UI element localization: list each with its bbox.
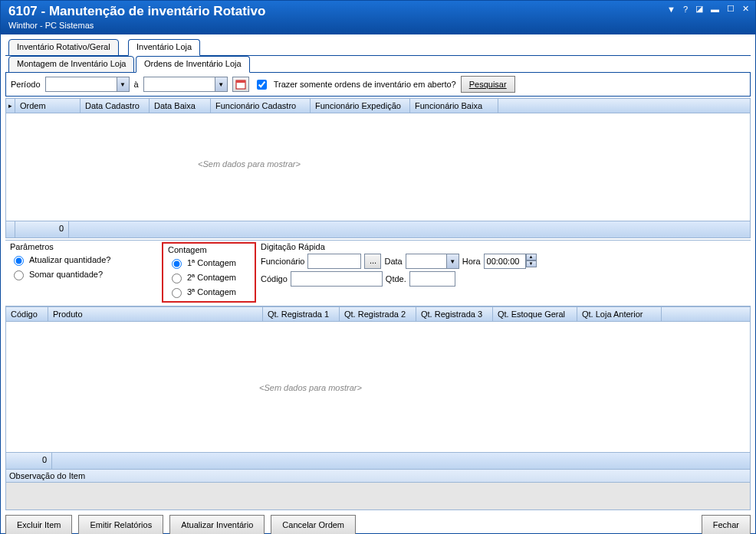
orders-empty-message: <Sem dados para mostrar> — [198, 159, 301, 169]
data-combo[interactable]: ▼ — [406, 254, 459, 269]
radio-somar-qtd[interactable]: Somar quantidade? — [10, 268, 148, 280]
search-button[interactable]: Pesquisar — [461, 76, 515, 93]
window-subtitle: Winthor - PC Sistemas — [8, 21, 265, 30]
atualizar-inventario-button[interactable]: Atualizar Inventário — [169, 515, 265, 534]
digitacao-row1: Funcionário ... Data ▼ Hora ▲▼ — [261, 254, 537, 269]
tab-rotativo-geral[interactable]: Inventário Rotativo/Geral — [8, 39, 119, 56]
edit-icon[interactable]: ◪ — [695, 4, 703, 14]
data-label: Data — [384, 257, 402, 266]
orders-grid-header: ▸ Ordem Data Cadastro Data Baixa Funcion… — [6, 99, 750, 113]
tab-ordens[interactable]: Ordens de Inventário Loja — [136, 56, 250, 73]
obs-body[interactable] — [5, 483, 751, 510]
items-grid-header: Código Produto Qt. Registrada 1 Qt. Regi… — [6, 307, 750, 322]
period-label: Período — [11, 80, 41, 89]
col-func-cadastro[interactable]: Funcionário Cadastro — [211, 99, 311, 113]
hora-spinner[interactable]: ▲▼ — [484, 254, 537, 269]
parametros-title: Parâmetros — [10, 242, 148, 251]
period-to-label: à — [134, 80, 139, 89]
col-data-cadastro[interactable]: Data Cadastro — [81, 99, 150, 113]
chevron-down-icon[interactable]: ▼ — [446, 254, 459, 268]
cancelar-ordem-button[interactable]: Cancelar Ordem — [271, 515, 356, 534]
app-window: 6107 - Manutenção de inventário Rotativo… — [0, 0, 756, 534]
col-qt-reg1[interactable]: Qt. Registrada 1 — [263, 307, 340, 321]
col-qt-estoque[interactable]: Qt. Estoque Geral — [493, 307, 577, 321]
obs-label: Observação do Item — [5, 470, 751, 483]
orders-grid: ▸ Ordem Data Cadastro Data Baixa Funcion… — [5, 98, 751, 238]
footer-handle — [6, 221, 15, 238]
spin-up-icon[interactable]: ▲ — [526, 254, 537, 260]
minimize-icon[interactable]: ▬ — [711, 5, 719, 14]
titlebar-controls: ▼ ? ◪ ▬ ☐ ✕ — [667, 4, 749, 14]
open-orders-only-checkbox[interactable] — [257, 80, 267, 90]
hora-input[interactable] — [484, 254, 526, 269]
excluir-item-button[interactable]: Excluir Item — [5, 515, 72, 534]
col-codigo[interactable]: Código — [6, 307, 48, 321]
col-qt-reg3[interactable]: Qt. Registrada 3 — [416, 307, 493, 321]
titlebar: 6107 - Manutenção de inventário Rotativo… — [1, 1, 755, 34]
radio-contagem-3[interactable]: 3ª Contagem — [168, 286, 236, 298]
parameters-panel: Parâmetros Atualizar quantidade? Somar q… — [5, 240, 751, 306]
digitacao-rapida-group: Digitação Rápida Funcionário ... Data ▼ … — [261, 242, 551, 303]
period-filter-bar: Período ▼ à ▼ Trazer somente ordens de i… — [5, 73, 751, 97]
col-qt-reg2[interactable]: Qt. Registrada 2 — [340, 307, 416, 321]
col-func-baixa[interactable]: Funcionário Baixa — [410, 99, 498, 113]
svg-rect-1 — [236, 80, 245, 83]
col-produto[interactable]: Produto — [48, 307, 263, 321]
tab-montagem[interactable]: Montagem de Inventário Loja — [8, 56, 134, 73]
digitacao-row2: Código Qtde. — [261, 271, 537, 287]
fechar-button[interactable]: Fechar — [702, 515, 751, 534]
items-grid-body[interactable]: <Sem dados para mostrar> — [6, 322, 750, 452]
title-text-block: 6107 - Manutenção de inventário Rotativo… — [8, 4, 265, 30]
menu-down-icon[interactable]: ▼ — [667, 5, 675, 14]
bottom-button-bar: Excluir Item Emitir Relatórios Atualizar… — [5, 515, 751, 534]
radio-contagem-1[interactable]: 1ª Contagem — [168, 257, 236, 269]
radio-atualizar-qtd[interactable]: Atualizar quantidade? — [10, 254, 148, 266]
spinner-buttons: ▲▼ — [526, 254, 537, 269]
col-func-expedicao[interactable]: Funcionário Expedição — [311, 99, 410, 113]
col-data-baixa[interactable]: Data Baixa — [150, 99, 211, 113]
digitacao-title: Digitação Rápida — [261, 242, 551, 251]
col-qt-loja-ant[interactable]: Qt. Loja Anterior — [577, 307, 662, 321]
calendar-button[interactable] — [232, 77, 249, 92]
maximize-icon[interactable]: ☐ — [727, 4, 735, 14]
funcionario-input[interactable] — [307, 254, 361, 269]
client-area: Inventário Rotativo/Geral Inventário Loj… — [1, 34, 755, 534]
period-start-input[interactable]: ▼ — [45, 77, 130, 92]
orders-grid-footer: 0 — [6, 221, 750, 238]
help-icon[interactable]: ? — [683, 5, 688, 14]
codigo-label: Código — [261, 274, 288, 283]
qtde-input[interactable] — [409, 271, 455, 287]
funcionario-label: Funcionário — [261, 257, 304, 266]
spin-down-icon[interactable]: ▼ — [526, 260, 537, 267]
row-handle-header[interactable]: ▸ — [6, 99, 15, 113]
chevron-down-icon[interactable]: ▼ — [117, 77, 129, 91]
period-end-input[interactable]: ▼ — [143, 77, 228, 92]
sub-tabs: Montagem de Inventário Loja Ordens de In… — [5, 56, 751, 73]
orders-footer-total: 0 — [15, 221, 69, 238]
col-ordem[interactable]: Ordem — [15, 99, 81, 113]
items-footer-total: 0 — [6, 453, 52, 469]
items-grid-footer: 0 — [6, 452, 750, 469]
hora-label: Hora — [462, 257, 481, 266]
codigo-input[interactable] — [291, 271, 383, 287]
items-empty-message: <Sem dados para mostrar> — [259, 383, 362, 392]
main-tabs: Inventário Rotativo/Geral Inventário Loj… — [5, 39, 751, 56]
qtde-label: Qtde. — [386, 274, 406, 283]
radio-contagem-2[interactable]: 2ª Contagem — [168, 271, 236, 283]
bottom-right-buttons: Fechar — [702, 515, 751, 534]
orders-grid-body[interactable]: <Sem dados para mostrar> — [6, 113, 750, 221]
calendar-icon — [235, 79, 246, 90]
items-grid: Código Produto Qt. Registrada 1 Qt. Regi… — [5, 306, 751, 470]
open-orders-only-label: Trazer somente ordens de inventário em a… — [274, 80, 456, 89]
parametros-group: Parâmetros Atualizar quantidade? Somar q… — [10, 242, 148, 303]
emitir-relatorios-button[interactable]: Emitir Relatórios — [78, 515, 163, 534]
window-title: 6107 - Manutenção de inventário Rotativo — [8, 4, 265, 19]
tab-inventario-loja[interactable]: Inventário Loja — [128, 39, 200, 56]
bottom-left-buttons: Excluir Item Emitir Relatórios Atualizar… — [5, 515, 356, 534]
close-icon[interactable]: ✕ — [742, 4, 749, 14]
funcionario-lookup-button[interactable]: ... — [364, 254, 381, 269]
contagem-group: Contagem 1ª Contagem 2ª Contagem 3ª Cont… — [162, 242, 256, 303]
contagem-title: Contagem — [168, 245, 236, 254]
chevron-down-icon[interactable]: ▼ — [215, 77, 227, 91]
